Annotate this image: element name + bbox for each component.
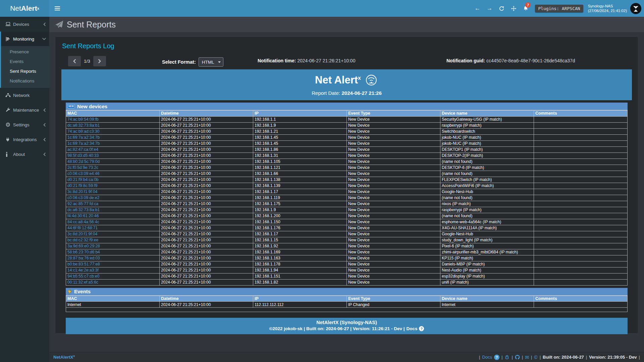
table-row: Internet2024-06-27 21:25:21+10:00112.112…	[66, 302, 628, 308]
report-controls: 1/3 Select Format: HTML Notification tim…	[61, 50, 632, 69]
mac-link-cell[interactable]: 74:ac:b9:54:09:fb	[66, 116, 160, 122]
sidebar-toggle-button[interactable]	[49, 0, 65, 17]
cell: New Device	[347, 189, 440, 195]
nav-move-button[interactable]	[507, 0, 520, 17]
cell: X4G-AU-SHA1114A (IP match)	[440, 225, 534, 231]
format-select[interactable]: HTML	[199, 57, 223, 67]
user-avatar[interactable]	[630, 3, 641, 14]
cell: 192.168.1.94	[253, 267, 347, 273]
nav-notifications-button[interactable]: 7	[520, 0, 532, 17]
mac-link-cell[interactable]: dc:a6:32:73:8a:b1	[66, 122, 160, 128]
nav-forward-button[interactable]: →	[483, 0, 495, 17]
cell: SecurityGateway-USG (IP match)	[440, 116, 534, 122]
mac-link-cell[interactable]: 1c:69:7a:a2:34:7b	[66, 140, 160, 146]
cell: (name not found)	[440, 171, 534, 177]
mac-link-cell[interactable]: 44:6f:f8:12:68:71	[66, 225, 160, 231]
logo-text-bold: Alert	[21, 4, 37, 12]
sidebar-item-integrations[interactable]: Integrations	[0, 132, 49, 147]
avatar-figure-icon	[630, 3, 641, 14]
github-icon[interactable]	[515, 355, 520, 360]
question-circle-icon[interactable]: ?	[494, 355, 499, 360]
table-row: ac:82:47:ca:0f:e42024-06-27 21:25:21+10:…	[66, 146, 628, 153]
cell: 192.168.1.176	[253, 225, 347, 231]
column-header: Datetime	[160, 296, 253, 302]
mac-link-cell[interactable]: 58:b6:23:70:d6:b4	[66, 249, 160, 255]
mac-link-cell[interactable]: 1c:69:7a:a2:34:7b	[66, 134, 160, 140]
copyright-icon[interactable]: ©	[534, 355, 537, 360]
mac-link-cell[interactable]: d0:21:f9:b4:ca:0b	[66, 177, 160, 183]
cell	[534, 267, 628, 273]
cell	[534, 183, 628, 189]
cell	[534, 243, 628, 249]
envelope-icon[interactable]: ✉	[525, 355, 529, 360]
sidebar-item-about[interactable]: About	[0, 147, 49, 162]
mac-link-cell[interactable]: dc:a6:32:73:8a:b1	[66, 207, 160, 213]
cell: 2024-06-27 21:25:21+10:00	[160, 116, 253, 122]
cell	[534, 249, 628, 255]
mac-link-cell[interactable]: 94:b5:55:c7:cb:e0	[66, 273, 160, 279]
cell: 2024-06-27 21:25:21+10:00	[160, 219, 253, 225]
separator: |	[639, 355, 640, 360]
mac-link-cell[interactable]: 48:b0:2d:5c:79:0d	[66, 159, 160, 165]
mac-link-cell[interactable]: f4:4d:30:61:20:46	[66, 213, 160, 219]
cell	[534, 159, 628, 165]
prev-page-button[interactable]	[68, 56, 81, 66]
sidebar-item-monitoring[interactable]: Monitoring	[1, 32, 49, 46]
sidebar-item-devices[interactable]: Devices	[0, 17, 49, 32]
mac-link-cell[interactable]: ac:82:47:ca:0f:e4	[66, 146, 160, 153]
cell: 192.168.1.105	[253, 159, 347, 165]
cell: 2024-06-27 21:25:21+10:00	[160, 171, 253, 177]
cell: New Device	[347, 128, 440, 134]
report-docs-link[interactable]: Docs	[406, 326, 417, 331]
cell	[534, 177, 628, 183]
sidebar-item-events[interactable]: Events	[1, 57, 49, 66]
cell	[534, 255, 628, 261]
mac-link-cell[interactable]: c0:06:c3:09:de:e2	[66, 195, 160, 201]
mac-link-cell[interactable]: 00:11:32:ef:a5:6c	[66, 279, 160, 285]
sidebar-item-network[interactable]: Network	[0, 88, 49, 103]
nav-refresh-button[interactable]	[495, 0, 507, 17]
bug-report-icon[interactable]	[504, 355, 509, 360]
mac-link-cell[interactable]: bc:dd:c2:32:f9:ee	[66, 237, 160, 243]
mac-link-cell[interactable]: 28:87:ba:76:ed:03	[66, 255, 160, 261]
mac-link-cell[interactable]: 2c:f0:5d:9e:73:2c	[66, 165, 160, 171]
nav-back-button[interactable]: ←	[471, 0, 483, 17]
sidebar-item-settings[interactable]: ⚙ Settings	[0, 117, 49, 132]
report-title-text: Net Alert	[315, 74, 358, 86]
next-page-button[interactable]	[93, 56, 106, 66]
separator: |	[479, 355, 480, 360]
mac-link-cell[interactable]: d0:21:f9:8c:59:f9	[66, 183, 160, 189]
cell: 192.168.1.139	[253, 183, 347, 189]
sidebar-item-presence[interactable]: Presence	[1, 47, 49, 57]
app-logo[interactable]: NetAlertx	[0, 0, 49, 17]
mac-link-cell[interactable]: 74:ac:b9:ad:c3:30	[66, 128, 160, 134]
card-title-link[interactable]: Sent Reports Log	[62, 42, 632, 50]
table-row: 94:b5:55:c7:cb:e02024-06-27 21:25:21+10:…	[66, 273, 628, 279]
cell: 2024-06-27 21:25:21+10:00	[160, 159, 253, 165]
mac-link-cell[interactable]: 98:5f:d3:d5:40:33	[66, 153, 160, 159]
mac-link-cell[interactable]: 84:cc:a8:4a:56:4c	[66, 219, 160, 225]
footer-brand[interactable]: NetAlertXx	[53, 354, 75, 360]
sidebar-item-notifications[interactable]: Notifications	[1, 76, 49, 86]
cell: 2024-06-27 21:25:21+10:00	[160, 177, 253, 183]
cell	[534, 261, 628, 267]
column-header: MAC	[66, 110, 160, 116]
cell: 2024-06-27 21:25:21+10:00	[160, 146, 253, 153]
mac-link-cell[interactable]: 92:ac:85:77:fd:ca	[66, 201, 160, 207]
mac-link-cell[interactable]: 14:c1:4e:2e:a3:3f	[66, 267, 160, 273]
mac-link-cell[interactable]: c0:06:c3:09:e4:46	[66, 171, 160, 177]
mac-link-cell[interactable]: 3c:8d:20:f1:9f:04	[66, 231, 160, 237]
mac-link-cell[interactable]: 3a:9d:69:e0:29:28	[66, 243, 160, 249]
mac-link-cell[interactable]: b0:be:83:51:77:e8	[66, 261, 160, 267]
sidebar-item-maintenance[interactable]: Maintenance	[0, 103, 49, 117]
events-section-bar: Events	[66, 288, 628, 295]
footer-docs-link[interactable]: Docs	[482, 355, 492, 360]
separator: |	[531, 355, 532, 360]
cell: KP115 (IP match)	[440, 255, 534, 261]
cell: 192.168.1.163	[253, 255, 347, 261]
mac-link-cell[interactable]: 3c:8d:20:f1:9f:04	[66, 189, 160, 195]
sidebar-item-sent-reports[interactable]: Sent Reports	[1, 66, 49, 76]
cell: 2024-06-27 21:25:21+10:00	[160, 231, 253, 237]
cell: New Device	[347, 183, 440, 189]
cell: 192.168.1.175	[253, 201, 347, 207]
